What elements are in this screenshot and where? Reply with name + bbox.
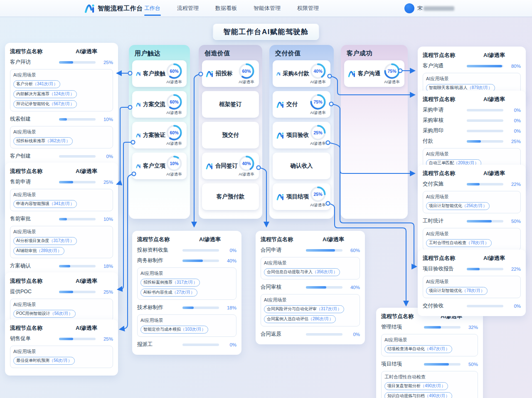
nav-item-智能体管理[interactable]: 智能体管理 <box>253 5 281 12</box>
col-header-ai-rate: AI渗透率 <box>468 96 521 103</box>
ai-logo-icon <box>136 162 141 170</box>
process-node-row: 合同审核 40% AI应用场景 合同风险评分与自动化评审（317次/月）合同案例… <box>261 284 360 326</box>
ai-scenario-tag[interactable]: 结项检查清单自动化（457次/月） <box>384 345 452 353</box>
ai-scenario-tag[interactable]: POC用例智能设计（56次/月） <box>13 310 76 318</box>
process-node-row: 客户拜访 25% AI应用场景 客户分析（341次/月）内部解决方案推荐（124… <box>10 59 113 111</box>
col-header-ai-rate: AI渗透率 <box>60 48 113 55</box>
stage-node-方案验证[interactable]: 方案验证 60% AI渗透率 <box>132 122 187 148</box>
ai-scenario-box: AI应用场景 结项检查清单自动化（457次/月） <box>381 334 478 356</box>
process-node-name: 报派工 <box>137 341 182 348</box>
donut-caption: AI渗透率 <box>166 79 182 85</box>
process-node-name: 投标资料收集 <box>137 247 182 254</box>
ai-scenario-box: AI应用场景 合同信息自动提取与录入（356次/月） <box>261 257 360 279</box>
stage-node-方案交流[interactable]: 方案交流 60% AI渗透率 <box>132 91 187 118</box>
stage-node-确认收入[interactable]: 确认收入 <box>273 153 330 179</box>
penetration-bar <box>467 305 503 307</box>
ai-scenario-tag[interactable]: 最佳促单时机预测（56次/月） <box>13 357 75 365</box>
ai-scenario-box: 工时合理性自动检查 项目复盘智能分析（490次/月）知识自动提炼与归档（490次… <box>381 371 478 398</box>
stage-node-项目验收[interactable]: 项目验收 25% AI渗透率 <box>273 122 330 148</box>
stage-node-label: 客户预付款 <box>217 193 245 200</box>
process-node-row: 管理结项 32% AI应用场景 结项检查清单自动化（457次/月） <box>381 324 478 356</box>
penetration-bar <box>467 109 503 111</box>
ai-scenario-tag[interactable]: 工时合理性自动检查（78次/月） <box>426 239 492 247</box>
stage-node-预交付[interactable]: 预交付 <box>202 122 259 148</box>
nav-item-数据看板[interactable]: 数据看板 <box>214 5 238 12</box>
stage-node-label: 方案交流 <box>143 101 165 108</box>
penetration-bar <box>467 119 503 122</box>
stage-node-客户沟通[interactable]: 客户沟通 75% AI渗透率 <box>344 60 404 87</box>
process-node-name: 客户沟通 <box>423 62 467 69</box>
ai-scenario-tag[interactable]: 项目复盘智能分析（490次/月） <box>384 382 448 390</box>
nav-item-工作台[interactable]: 工作台 <box>143 5 161 12</box>
ai-scenario-tag[interactable]: 申请内容智能预填（341次/月） <box>13 200 77 208</box>
penetration-value: 0% <box>223 248 236 253</box>
col-header-ai-rate: AI渗透率 <box>468 170 521 177</box>
col-header-ai-rate: AI渗透率 <box>307 236 360 243</box>
process-node-name: 交付验收 <box>423 302 467 309</box>
ai-scenario-header: AI应用场景 <box>426 151 517 157</box>
donut-block: 60% AI渗透率 <box>165 93 183 116</box>
ai-scenario-tag[interactable]: 合同信息自动提取与录入（356次/月） <box>264 268 340 276</box>
ai-scenario-tag[interactable]: 内部解决方案推荐（124次/月） <box>13 90 77 98</box>
stage-node-label: 确认收入 <box>291 162 313 170</box>
ai-scenario-tag[interactable]: 招投标案例推荐（317次/月） <box>140 279 200 287</box>
stage-node-客户接触[interactable]: 客户接触 60% AI渗透率 <box>132 60 187 87</box>
donut-caption: AI渗透率 <box>239 172 254 177</box>
stage-node-label: 合同签订 <box>215 162 238 170</box>
page-title: 智能工作台AI赋能驾驶舱 <box>213 24 319 40</box>
penetration-value: 32% <box>465 325 478 330</box>
ai-scenario-tag[interactable]: 合同案例入选自动评估（286次/月） <box>264 315 336 323</box>
ai-scenario-tag[interactable]: AI分析项目复杂度（317次/月） <box>13 237 77 245</box>
stat-card-header: 流程节点名称 AI渗透率 <box>10 48 113 55</box>
ai-scenario-box: AI应用场景 智能定价与成本模拟（103次/月） <box>137 314 236 337</box>
ai-scenario-tag[interactable]: AI标书内容生成（27次/月） <box>140 289 197 297</box>
stat-card-header: 流程节点名称 AI渗透率 <box>10 324 113 332</box>
penetration-value: 0% <box>100 154 113 159</box>
stage-node-框架签订[interactable]: 框架签订 <box>202 91 259 118</box>
svg-text:75%: 75% <box>313 99 323 104</box>
ai-scenario-tag[interactable]: 项目计划智能优化（256次/月） <box>426 202 490 210</box>
donut-block: 75% AI渗透率 <box>309 93 327 116</box>
stage-node-项目结项[interactable]: 项目结项 25% AI渗透率 <box>273 183 330 210</box>
process-node-row: 合同返原 0% <box>261 331 360 338</box>
donut-caption: AI渗透率 <box>166 110 182 116</box>
ai-scenario-tag[interactable]: 合同风险评分与自动化评审（317次/月） <box>264 305 344 313</box>
ai-scenario-tag[interactable]: 智能定价与成本模拟（103次/月） <box>140 326 208 334</box>
stage-node-招投标[interactable]: 招投标 60% AI渗透率 <box>202 60 259 87</box>
ai-scenario-tag[interactable]: 招投标线索推荐（362次/月） <box>13 137 73 145</box>
user-box[interactable]: 宋 <box>404 3 454 13</box>
penetration-bar <box>306 286 342 289</box>
process-node-row: 交付实施 22% AI应用场景 项目计划智能优化（256次/月） <box>423 180 521 213</box>
stage-node-客户预付款[interactable]: 客户预付款 <box>202 183 259 210</box>
stage-node-交付[interactable]: 交付 75% AI渗透率 <box>273 91 330 118</box>
stage-node-合同签订[interactable]: 合同签订 40% AI渗透率 <box>202 153 259 179</box>
process-node-row: 采购用印 0% <box>423 127 521 134</box>
process-node-row: 合同申请 60% AI应用场景 合同信息自动提取与录入（356次/月） <box>261 247 360 279</box>
stat-card-header: 流程节点名称 AI渗透率 <box>10 168 113 175</box>
donut-block: 25% AI渗透率 <box>309 124 327 146</box>
ai-scenario-tag[interactable]: AI辅助审批（289次/月） <box>13 247 64 255</box>
ai-penetration-donut: 25% <box>309 124 327 141</box>
ai-penetration-donut: 60% <box>165 124 183 141</box>
stage-column-交付价值: 交付价值 采购&付款 40% AI渗透率 交付 75% AI渗透率 项目验收 2… <box>269 45 334 219</box>
process-node-row: 线索创建 10% AI应用场景 招投标线索推荐（362次/月） <box>10 116 113 148</box>
ai-scenario-tag[interactable]: 项目计划智能优化（78次/月） <box>426 287 488 295</box>
stage-node-label: 预交付 <box>222 131 239 139</box>
col-header-ai-rate: AI渗透率 <box>60 277 113 285</box>
ai-scenario-tag[interactable]: 知识自动提炼与归档（490次/月） <box>384 392 452 398</box>
ai-logo-icon <box>206 70 214 78</box>
stage-column-客户成功: 客户成功 客户沟通 75% AI渗透率 <box>341 45 408 219</box>
ai-scenario-tag[interactable]: 拜访记录智能转化（567次/月） <box>13 100 77 108</box>
stage-node-客户立项[interactable]: 客户立项 10% AI渗透率 <box>132 153 187 179</box>
penetration-value: 40% <box>347 285 360 290</box>
ai-scenario-tag[interactable]: 客户分析（341次/月） <box>13 80 60 88</box>
stage-node-采购&付款[interactable]: 采购&付款 40% AI渗透率 <box>273 60 330 87</box>
donut-caption: AI渗透率 <box>166 141 182 146</box>
penetration-value: 18% <box>223 305 236 310</box>
ai-logo-icon <box>348 70 356 78</box>
nav-item-流程管理[interactable]: 流程管理 <box>176 5 200 12</box>
user-avatar[interactable] <box>404 3 414 13</box>
donut-caption: AI渗透率 <box>239 79 254 85</box>
nav-item-权限管理[interactable]: 权限管理 <box>296 5 320 12</box>
col-header-ai-rate: AI渗透率 <box>60 168 113 175</box>
